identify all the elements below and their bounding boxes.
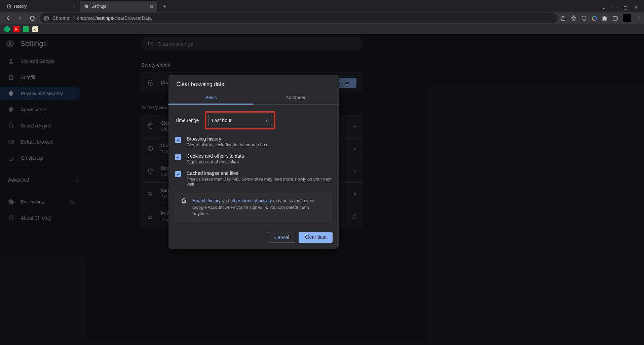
- history-icon: [7, 4, 11, 9]
- bookmark-item[interactable]: g: [32, 26, 38, 32]
- gear-icon: [84, 4, 89, 9]
- back-button[interactable]: [3, 13, 13, 23]
- google-g-icon: [181, 197, 187, 217]
- close-icon[interactable]: ✕: [150, 4, 153, 9]
- svg-line-4: [45, 18, 46, 19]
- dialog-title: Clear browsing data: [168, 75, 339, 91]
- toolbar: Chrome | chrome://settings/clearBrowserD…: [0, 12, 644, 24]
- svg-line-3: [47, 18, 48, 19]
- checkbox-title: Cookies and other site data: [187, 153, 244, 159]
- tab-basic[interactable]: Basic: [168, 91, 254, 104]
- url-text: chrome://settings/clearBrowserData: [77, 15, 152, 21]
- window-controls: ⌄ — ▢ ✕: [602, 5, 644, 12]
- caret-down-icon: ▼: [265, 119, 268, 122]
- tab-label: Settings: [91, 4, 106, 9]
- info-text: Search history and other forms of activi…: [193, 197, 327, 217]
- bookmark-item[interactable]: [13, 26, 20, 32]
- svg-rect-10: [613, 16, 617, 20]
- tab-advanced[interactable]: Advanced: [254, 91, 339, 104]
- checkbox[interactable]: [175, 154, 181, 160]
- time-range-highlight: Last hour ▼: [205, 111, 275, 129]
- time-range-row: Time range Last hour ▼: [175, 108, 332, 133]
- chrome-icon: [44, 15, 49, 21]
- dialog-body: Time range Last hour ▼ Browsing history …: [168, 105, 339, 227]
- url-source: Chrome: [52, 15, 69, 21]
- extension-shield-icon[interactable]: [581, 15, 587, 21]
- link-other-activity[interactable]: other forms of activity: [230, 198, 272, 203]
- forward-button[interactable]: [15, 13, 25, 23]
- share-icon[interactable]: [560, 15, 566, 21]
- extensions-puzzle-icon[interactable]: [602, 15, 608, 21]
- extension-circle-icon[interactable]: [592, 15, 597, 21]
- checkbox[interactable]: [175, 137, 181, 143]
- link-search-history[interactable]: Search history: [193, 198, 221, 203]
- minimize-icon[interactable]: —: [612, 5, 617, 10]
- cancel-button[interactable]: Cancel: [268, 232, 296, 243]
- bookmark-star-icon[interactable]: [571, 15, 576, 21]
- checkbox-desc: Frees up less than 319 MB. Some sites ma…: [187, 177, 332, 187]
- address-bar[interactable]: Chrome | chrome://settings/clearBrowserD…: [40, 13, 558, 23]
- profile-avatar[interactable]: [623, 14, 631, 22]
- time-range-label: Time range: [175, 118, 200, 123]
- bookmarks-bar: g: [0, 24, 644, 34]
- google-account-info: Search history and other forms of activi…: [175, 193, 332, 222]
- checkbox-row-cached: Cached images and files Frees up less th…: [175, 167, 332, 189]
- time-range-dropdown[interactable]: Last hour ▼: [208, 115, 272, 126]
- close-icon[interactable]: ✕: [72, 4, 76, 9]
- checkbox-desc: Signs you out of most sites.: [187, 159, 244, 164]
- kebab-menu-icon[interactable]: ⋮: [636, 15, 641, 21]
- window-tabstrip: History ✕ Settings ✕ ＋ ⌄ — ▢ ✕: [0, 0, 644, 12]
- new-tab-button[interactable]: ＋: [159, 2, 169, 11]
- bookmark-item[interactable]: [4, 26, 10, 32]
- reload-button[interactable]: [28, 13, 37, 23]
- checkbox-desc: Clears history, including in the search …: [187, 142, 267, 147]
- maximize-icon[interactable]: ▢: [623, 5, 628, 10]
- tab-search-icon[interactable]: ⌄: [602, 5, 606, 10]
- checkbox-title: Browsing history: [187, 136, 267, 142]
- dialog-actions: Cancel Clear data: [168, 227, 339, 249]
- checkbox-title: Cached images and files: [187, 170, 332, 176]
- clear-data-button[interactable]: Clear data: [299, 232, 333, 243]
- checkbox-row-browsing-history: Browsing history Clears history, includi…: [175, 133, 332, 150]
- tab-label: History: [14, 4, 27, 9]
- dropdown-value: Last hour: [212, 118, 231, 123]
- url-sep: |: [73, 15, 74, 21]
- bookmark-item[interactable]: [23, 26, 29, 32]
- close-window-icon[interactable]: ✕: [634, 5, 638, 10]
- toolbar-actions: ⋮: [560, 14, 641, 22]
- clear-browsing-data-dialog: Clear browsing data Basic Advanced Time …: [168, 75, 339, 249]
- dialog-tabs: Basic Advanced: [168, 91, 339, 105]
- browser-tab-settings[interactable]: Settings ✕: [80, 1, 157, 12]
- browser-tab-history[interactable]: History ✕: [3, 1, 80, 12]
- side-panel-icon[interactable]: [612, 15, 618, 21]
- checkbox[interactable]: [175, 171, 181, 177]
- svg-marker-6: [571, 16, 576, 20]
- settings-page: Settings Search settings You and Google …: [0, 34, 644, 345]
- checkbox-row-cookies: Cookies and other site data Signs you ou…: [175, 150, 332, 167]
